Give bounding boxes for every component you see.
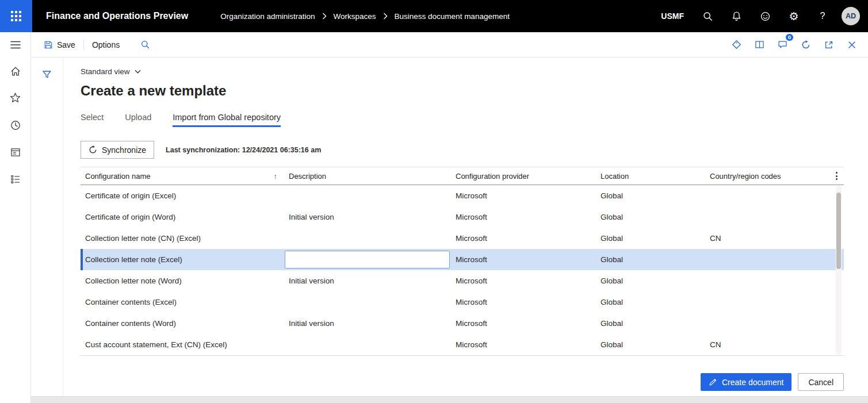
column-header-configuration-provider[interactable]: Configuration provider: [451, 167, 596, 185]
cell-configuration-name: Certificate of origin (Word): [81, 213, 284, 221]
checklist-icon: [10, 174, 21, 185]
cell-configuration-name: Container contents (Excel): [81, 298, 284, 306]
open-in-new-window-button[interactable]: [819, 36, 838, 54]
cell-location: Global: [596, 277, 705, 285]
grid-options-button[interactable]: [829, 167, 844, 185]
options-menu-button[interactable]: Options: [86, 36, 125, 54]
save-button-label: Save: [57, 40, 75, 49]
breadcrumb-item-workspaces[interactable]: Workspaces: [334, 12, 376, 21]
help-button[interactable]: ?: [808, 0, 837, 32]
messages-button[interactable]: 0: [773, 36, 792, 54]
cell-location: Global: [596, 340, 705, 349]
create-document-button[interactable]: Create document: [701, 373, 791, 391]
breadcrumb: Organization administration Workspaces B…: [220, 12, 510, 21]
cell-provider: Microsoft: [451, 234, 596, 243]
app-launcher-button[interactable]: [0, 0, 32, 32]
table-row[interactable]: Container contents (Word) Initial versio…: [81, 313, 844, 334]
cell-configuration-name: Collection letter note (Word): [81, 277, 284, 285]
main-content: Standard view Create a new template Sele…: [63, 57, 868, 396]
home-icon: [10, 66, 21, 77]
app-title: Finance and Operations Preview: [46, 11, 188, 21]
cell-location: Global: [596, 298, 705, 306]
grid-header-row: Configuration name ↑ Description Configu…: [81, 167, 844, 185]
tab-upload[interactable]: Upload: [125, 113, 151, 127]
cancel-button[interactable]: Cancel: [798, 373, 844, 391]
sidebar-item-recent[interactable]: [0, 112, 31, 139]
cell-location: Global: [596, 213, 705, 221]
bottom-strip: [31, 396, 868, 403]
footer-actions: Create document Cancel: [81, 373, 844, 391]
table-row-selected[interactable]: Collection letter note (Excel) Microsoft…: [81, 249, 844, 270]
search-button[interactable]: [693, 0, 722, 32]
grid-scrollbar-thumb[interactable]: [836, 193, 841, 269]
refresh-button[interactable]: [796, 36, 815, 54]
column-header-location[interactable]: Location: [596, 167, 705, 185]
cell-provider: Microsoft: [451, 191, 596, 200]
table-row[interactable]: Certificate of origin (Excel) Microsoft …: [81, 185, 844, 206]
table-row[interactable]: Cust account statement, Ext (CN) (Excel)…: [81, 334, 844, 355]
cell-description: Initial version: [284, 277, 451, 285]
message-count-badge: 0: [785, 33, 794, 42]
column-header-description[interactable]: Description: [284, 167, 451, 185]
cell-configuration-name: Certificate of origin (Excel): [81, 191, 284, 200]
cell-provider: Microsoft: [451, 213, 596, 221]
last-synchronization-text: Last synchronization: 12/24/2021 06:35:1…: [166, 146, 321, 154]
options-menu-label: Options: [92, 40, 120, 49]
breadcrumb-item-business-document-management[interactable]: Business document management: [395, 12, 510, 21]
cell-provider: Microsoft: [451, 298, 596, 306]
actionbar-search-button[interactable]: [135, 36, 155, 54]
clock-icon: [10, 120, 21, 131]
split-view-button[interactable]: [750, 36, 769, 54]
table-row[interactable]: Collection letter note (Word) Initial ve…: [81, 270, 844, 291]
cell-description: Initial version: [284, 319, 451, 328]
table-row[interactable]: Collection letter note (CN) (Excel) Micr…: [81, 228, 844, 249]
notifications-button[interactable]: [722, 0, 751, 32]
cell-provider: Microsoft: [451, 277, 596, 285]
filter-pane-button[interactable]: [37, 64, 57, 84]
cell-configuration-name: Cust account statement, Ext (CN) (Excel): [81, 340, 284, 349]
close-page-button[interactable]: [842, 36, 861, 54]
cell-location: Global: [596, 255, 705, 264]
synchronize-row: Synchronize Last synchronization: 12/24/…: [81, 141, 844, 159]
company-picker[interactable]: USMF: [652, 0, 693, 32]
table-row[interactable]: Container contents (Excel) Microsoft Glo…: [81, 291, 844, 313]
description-input[interactable]: [285, 251, 450, 268]
column-header-configuration-name[interactable]: Configuration name ↑: [81, 167, 284, 185]
breadcrumb-item-org-administration[interactable]: Organization administration: [220, 12, 315, 21]
view-selector-label: Standard view: [81, 67, 130, 76]
table-row[interactable]: Certificate of origin (Word) Initial ver…: [81, 206, 844, 228]
chevron-down-icon: [135, 70, 141, 74]
tag-icon: [732, 40, 741, 49]
cell-location: Global: [596, 191, 705, 200]
task-recorder-button[interactable]: [727, 36, 746, 54]
tab-import-from-global-repository[interactable]: Import from Global repository: [173, 113, 281, 127]
cell-provider: Microsoft: [451, 255, 596, 264]
synchronize-button[interactable]: Synchronize: [81, 141, 154, 159]
sidebar-item-favorites[interactable]: [0, 85, 31, 112]
tab-select[interactable]: Select: [81, 113, 104, 127]
create-document-label: Create document: [722, 378, 783, 387]
refresh-icon: [801, 40, 810, 49]
settings-button[interactable]: ⚙: [779, 0, 808, 32]
view-selector[interactable]: Standard view: [81, 66, 141, 77]
save-icon: [44, 40, 53, 49]
cell-configuration-name: Collection letter note (CN) (Excel): [81, 234, 284, 243]
sidebar-item-workspace-list[interactable]: [0, 166, 31, 193]
form-icon: [10, 147, 21, 158]
left-navigation-rail: [0, 32, 31, 403]
user-avatar[interactable]: AD: [842, 7, 860, 25]
cell-configuration-name: Container contents (Word): [81, 319, 284, 328]
feedback-button[interactable]: [751, 0, 779, 32]
save-button[interactable]: Save: [38, 36, 81, 54]
star-icon: [9, 92, 21, 104]
expand-navigation-button[interactable]: [0, 32, 31, 57]
cell-configuration-name: Collection letter note (Excel): [81, 255, 284, 264]
sidebar-item-workspace-form[interactable]: [0, 139, 31, 166]
close-icon: [848, 41, 856, 49]
sidebar-item-home[interactable]: [0, 57, 31, 85]
cell-location: Global: [596, 319, 705, 328]
smiley-icon: [760, 11, 771, 22]
cell-description: [284, 251, 451, 268]
tab-strip: Select Upload Import from Global reposit…: [81, 113, 844, 127]
column-header-country-region-codes[interactable]: Country/region codes: [705, 167, 829, 185]
